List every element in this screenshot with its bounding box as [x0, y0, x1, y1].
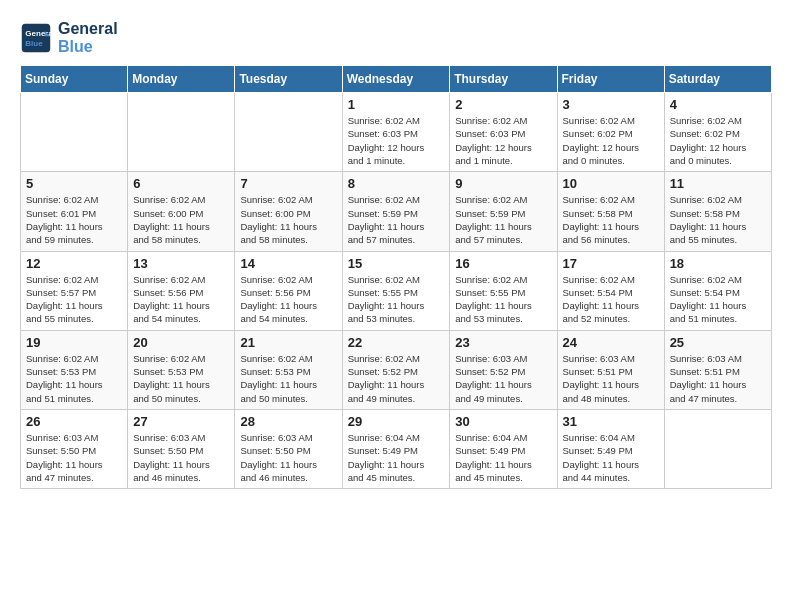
day-info: Sunrise: 6:02 AM Sunset: 5:59 PM Dayligh… — [455, 193, 551, 246]
calendar-cell: 29Sunrise: 6:04 AM Sunset: 5:49 PM Dayli… — [342, 409, 450, 488]
calendar-cell: 21Sunrise: 6:02 AM Sunset: 5:53 PM Dayli… — [235, 330, 342, 409]
calendar-cell: 19Sunrise: 6:02 AM Sunset: 5:53 PM Dayli… — [21, 330, 128, 409]
day-info: Sunrise: 6:02 AM Sunset: 5:53 PM Dayligh… — [26, 352, 122, 405]
col-header-saturday: Saturday — [664, 66, 771, 93]
col-header-tuesday: Tuesday — [235, 66, 342, 93]
day-number: 4 — [670, 97, 766, 112]
day-number: 20 — [133, 335, 229, 350]
day-info: Sunrise: 6:04 AM Sunset: 5:49 PM Dayligh… — [348, 431, 445, 484]
calendar-cell: 1Sunrise: 6:02 AM Sunset: 6:03 PM Daylig… — [342, 93, 450, 172]
day-number: 11 — [670, 176, 766, 191]
logo: General Blue General Blue — [20, 20, 118, 55]
day-info: Sunrise: 6:02 AM Sunset: 5:58 PM Dayligh… — [563, 193, 659, 246]
day-number: 1 — [348, 97, 445, 112]
day-number: 18 — [670, 256, 766, 271]
day-number: 9 — [455, 176, 551, 191]
day-info: Sunrise: 6:03 AM Sunset: 5:50 PM Dayligh… — [240, 431, 336, 484]
day-info: Sunrise: 6:02 AM Sunset: 5:53 PM Dayligh… — [240, 352, 336, 405]
day-info: Sunrise: 6:02 AM Sunset: 5:59 PM Dayligh… — [348, 193, 445, 246]
calendar-cell: 3Sunrise: 6:02 AM Sunset: 6:02 PM Daylig… — [557, 93, 664, 172]
day-number: 27 — [133, 414, 229, 429]
calendar-cell: 6Sunrise: 6:02 AM Sunset: 6:00 PM Daylig… — [128, 172, 235, 251]
day-number: 28 — [240, 414, 336, 429]
calendar-cell: 28Sunrise: 6:03 AM Sunset: 5:50 PM Dayli… — [235, 409, 342, 488]
logo-general: General — [58, 20, 118, 38]
calendar-cell: 13Sunrise: 6:02 AM Sunset: 5:56 PM Dayli… — [128, 251, 235, 330]
day-info: Sunrise: 6:02 AM Sunset: 6:02 PM Dayligh… — [670, 114, 766, 167]
day-info: Sunrise: 6:02 AM Sunset: 6:03 PM Dayligh… — [455, 114, 551, 167]
col-header-sunday: Sunday — [21, 66, 128, 93]
day-info: Sunrise: 6:03 AM Sunset: 5:50 PM Dayligh… — [26, 431, 122, 484]
calendar-week-5: 26Sunrise: 6:03 AM Sunset: 5:50 PM Dayli… — [21, 409, 772, 488]
calendar-cell — [664, 409, 771, 488]
day-info: Sunrise: 6:02 AM Sunset: 5:58 PM Dayligh… — [670, 193, 766, 246]
calendar-cell: 25Sunrise: 6:03 AM Sunset: 5:51 PM Dayli… — [664, 330, 771, 409]
col-header-wednesday: Wednesday — [342, 66, 450, 93]
calendar-cell: 27Sunrise: 6:03 AM Sunset: 5:50 PM Dayli… — [128, 409, 235, 488]
day-info: Sunrise: 6:02 AM Sunset: 6:00 PM Dayligh… — [133, 193, 229, 246]
day-number: 25 — [670, 335, 766, 350]
day-number: 22 — [348, 335, 445, 350]
day-number: 19 — [26, 335, 122, 350]
day-info: Sunrise: 6:03 AM Sunset: 5:52 PM Dayligh… — [455, 352, 551, 405]
calendar-body: 1Sunrise: 6:02 AM Sunset: 6:03 PM Daylig… — [21, 93, 772, 489]
day-number: 23 — [455, 335, 551, 350]
calendar-cell — [21, 93, 128, 172]
calendar-header-row: SundayMondayTuesdayWednesdayThursdayFrid… — [21, 66, 772, 93]
day-number: 29 — [348, 414, 445, 429]
calendar-cell: 12Sunrise: 6:02 AM Sunset: 5:57 PM Dayli… — [21, 251, 128, 330]
day-info: Sunrise: 6:04 AM Sunset: 5:49 PM Dayligh… — [563, 431, 659, 484]
day-info: Sunrise: 6:02 AM Sunset: 5:52 PM Dayligh… — [348, 352, 445, 405]
calendar-cell: 17Sunrise: 6:02 AM Sunset: 5:54 PM Dayli… — [557, 251, 664, 330]
day-number: 8 — [348, 176, 445, 191]
day-number: 24 — [563, 335, 659, 350]
calendar-cell: 9Sunrise: 6:02 AM Sunset: 5:59 PM Daylig… — [450, 172, 557, 251]
day-info: Sunrise: 6:02 AM Sunset: 5:56 PM Dayligh… — [240, 273, 336, 326]
day-info: Sunrise: 6:02 AM Sunset: 5:55 PM Dayligh… — [455, 273, 551, 326]
calendar-week-2: 5Sunrise: 6:02 AM Sunset: 6:01 PM Daylig… — [21, 172, 772, 251]
day-number: 31 — [563, 414, 659, 429]
day-info: Sunrise: 6:02 AM Sunset: 6:02 PM Dayligh… — [563, 114, 659, 167]
calendar-cell: 18Sunrise: 6:02 AM Sunset: 5:54 PM Dayli… — [664, 251, 771, 330]
day-number: 14 — [240, 256, 336, 271]
calendar-cell: 10Sunrise: 6:02 AM Sunset: 5:58 PM Dayli… — [557, 172, 664, 251]
calendar-cell — [128, 93, 235, 172]
calendar-cell: 7Sunrise: 6:02 AM Sunset: 6:00 PM Daylig… — [235, 172, 342, 251]
day-number: 13 — [133, 256, 229, 271]
day-number: 26 — [26, 414, 122, 429]
calendar-table: SundayMondayTuesdayWednesdayThursdayFrid… — [20, 65, 772, 489]
calendar-cell — [235, 93, 342, 172]
day-number: 17 — [563, 256, 659, 271]
day-info: Sunrise: 6:02 AM Sunset: 6:00 PM Dayligh… — [240, 193, 336, 246]
day-number: 16 — [455, 256, 551, 271]
day-info: Sunrise: 6:03 AM Sunset: 5:51 PM Dayligh… — [670, 352, 766, 405]
calendar-cell: 16Sunrise: 6:02 AM Sunset: 5:55 PM Dayli… — [450, 251, 557, 330]
calendar-cell: 20Sunrise: 6:02 AM Sunset: 5:53 PM Dayli… — [128, 330, 235, 409]
day-number: 7 — [240, 176, 336, 191]
day-info: Sunrise: 6:03 AM Sunset: 5:51 PM Dayligh… — [563, 352, 659, 405]
calendar-cell: 24Sunrise: 6:03 AM Sunset: 5:51 PM Dayli… — [557, 330, 664, 409]
col-header-monday: Monday — [128, 66, 235, 93]
calendar-cell: 22Sunrise: 6:02 AM Sunset: 5:52 PM Dayli… — [342, 330, 450, 409]
calendar-cell: 8Sunrise: 6:02 AM Sunset: 5:59 PM Daylig… — [342, 172, 450, 251]
page-header: General Blue General Blue — [20, 20, 772, 55]
svg-text:Blue: Blue — [25, 39, 43, 48]
day-info: Sunrise: 6:02 AM Sunset: 5:56 PM Dayligh… — [133, 273, 229, 326]
calendar-cell: 2Sunrise: 6:02 AM Sunset: 6:03 PM Daylig… — [450, 93, 557, 172]
day-number: 6 — [133, 176, 229, 191]
calendar-cell: 11Sunrise: 6:02 AM Sunset: 5:58 PM Dayli… — [664, 172, 771, 251]
calendar-week-3: 12Sunrise: 6:02 AM Sunset: 5:57 PM Dayli… — [21, 251, 772, 330]
col-header-thursday: Thursday — [450, 66, 557, 93]
day-info: Sunrise: 6:02 AM Sunset: 5:54 PM Dayligh… — [670, 273, 766, 326]
day-number: 2 — [455, 97, 551, 112]
day-info: Sunrise: 6:02 AM Sunset: 5:55 PM Dayligh… — [348, 273, 445, 326]
day-info: Sunrise: 6:02 AM Sunset: 5:53 PM Dayligh… — [133, 352, 229, 405]
day-number: 5 — [26, 176, 122, 191]
calendar-cell: 5Sunrise: 6:02 AM Sunset: 6:01 PM Daylig… — [21, 172, 128, 251]
calendar-cell: 14Sunrise: 6:02 AM Sunset: 5:56 PM Dayli… — [235, 251, 342, 330]
svg-text:General: General — [25, 29, 52, 38]
calendar-cell: 4Sunrise: 6:02 AM Sunset: 6:02 PM Daylig… — [664, 93, 771, 172]
day-number: 21 — [240, 335, 336, 350]
day-info: Sunrise: 6:02 AM Sunset: 6:03 PM Dayligh… — [348, 114, 445, 167]
calendar-cell: 23Sunrise: 6:03 AM Sunset: 5:52 PM Dayli… — [450, 330, 557, 409]
